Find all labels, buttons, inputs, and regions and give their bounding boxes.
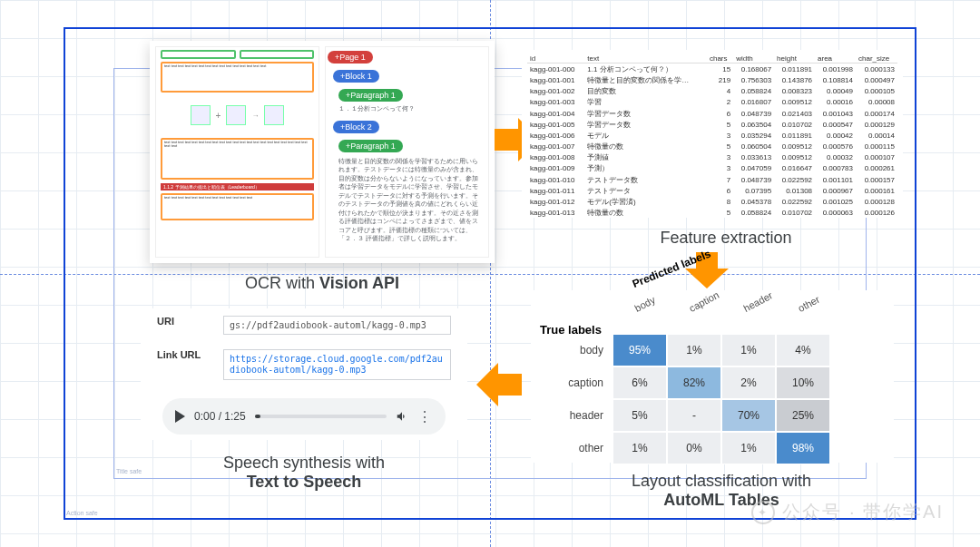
feature-table-panel: idtextcharswidthheightareachar_size kagg… [522,50,903,218]
table-row: kagg-001-008予測値30.0336130.0095120.000320… [527,152,897,163]
table-cell: 0.048739 [733,108,774,119]
table-cell: kagg-001-009 [527,163,584,174]
table-cell: 0.045378 [733,196,774,207]
table-cell: 0.001998 [815,63,856,75]
volume-icon[interactable] [396,410,408,423]
table-cell: 0.001101 [815,174,856,185]
table-row: kagg-001-012モデル(学習済)80.0453780.0225920.0… [527,196,897,207]
table-cell: 219 [707,74,733,85]
table-cell: kagg-001-004 [527,108,584,119]
table-cell: 0.001025 [815,196,856,207]
wechat-icon: ✦ [751,501,775,524]
table-cell: 0.022592 [774,196,815,207]
matrix-cell: 1% [667,334,721,366]
table-cell: 予測値 [584,152,707,163]
ocr-structure-tree: +Page 1 +Block 1 +Paragraph 1 １．１分析コンペって… [325,46,489,258]
column-header: char_size [856,54,897,63]
paragraph-tag[interactable]: +Paragraph 1 [338,140,403,152]
block-tag[interactable]: +Block 1 [333,70,379,83]
page-tag[interactable]: +Page 1 [328,51,373,63]
matrix-cell: 82% [667,366,721,399]
table-row: kagg-001-006モデル30.0352940.0118910.000420… [527,130,897,141]
table-row: kagg-001-005学習データ数50.0635040.0107020.000… [527,119,897,130]
table-cell: 3 [707,130,733,141]
ocr-result-panel: text text text text text text text text … [150,41,495,263]
table-row: kagg-001-003学習20.0168070.0095120.000160.… [527,97,897,108]
column-header: height [774,54,815,63]
table-cell: 0.058824 [733,208,774,219]
feature-table: idtextcharswidthheightareachar_size kagg… [527,54,897,219]
predicted-label: header [741,289,774,314]
table-cell: 0.048739 [733,174,774,185]
table-cell: 0.047059 [733,163,774,174]
matrix-cell: 70% [721,399,776,432]
table-cell: 0.000157 [856,174,897,185]
matrix-cell: 4% [776,334,830,366]
table-cell: 0.000063 [815,208,856,219]
table-cell: kagg-001-006 [527,130,584,141]
table-row: kagg-001-010テストデータ数70.0487390.0225920.00… [527,174,897,185]
matrix-cell: 2% [721,366,776,399]
table-cell: 0.000497 [856,74,897,85]
table-cell: 0.008323 [774,86,815,97]
table-cell: 0.060504 [733,142,774,152]
table-cell: 7 [707,174,733,185]
table-cell: 0.033613 [733,152,774,163]
table-row: kagg-001-011テストデータ60.073950.013080.00096… [527,185,897,196]
table-cell: 学習 [584,97,707,108]
table-cell: 0.016807 [733,97,774,108]
ocr-doc-thumbnail: text text text text text text text text … [155,46,319,258]
paragraph-tag[interactable]: +Paragraph 1 [338,89,403,102]
table-cell: 5 [707,142,733,152]
uri-value[interactable]: gs://pdf2audiobook-automl/kagg-0.mp3 [223,316,451,335]
true-label: body [580,344,612,357]
table-cell: 0.009512 [774,97,815,108]
table-cell: 0.058824 [733,86,774,97]
link-url-value[interactable]: https://storage.cloud.google.com/pdf2aud… [223,349,451,380]
table-cell: 0.000547 [815,119,856,130]
table-cell: 0.000174 [856,108,897,119]
table-cell: 0.000576 [815,142,856,152]
matrix-cell: 1% [612,432,667,464]
table-cell: テストデータ数 [584,174,707,185]
audio-player[interactable]: 0:00 / 1:25 ⋮ [162,398,446,435]
column-header: id [527,54,584,63]
doc-paragraph-block: text text text text text text text text … [161,62,314,93]
table-cell: 0.00014 [856,130,897,141]
block-tag[interactable]: +Block 2 [333,121,379,133]
tts-caption: Speech synthesis withText to Speech [159,454,449,492]
table-cell: 4 [707,86,733,97]
predicted-label: other [796,294,821,314]
table-cell: 6 [707,108,733,119]
predicted-label: caption [687,289,720,314]
table-cell: 0.022592 [774,174,815,185]
matrix-cell: 98% [776,432,830,464]
table-cell: 0.000107 [856,152,897,163]
table-cell: 0.001043 [815,108,856,119]
table-cell: 0.000783 [815,163,856,174]
column-header: width [733,54,774,63]
table-cell: kagg-001-001 [527,74,584,85]
table-cell: 0.000128 [856,196,897,207]
table-cell: 3 [707,163,733,174]
table-cell: 学習データ数 [584,119,707,130]
matrix-cell: - [667,399,721,432]
play-icon[interactable] [175,410,185,423]
tts-output-panel: URI gs://pdf2audiobook-automl/kagg-0.mp3… [141,308,467,440]
uri-label: URI [157,316,207,327]
true-label: header [570,409,612,422]
table-cell: 0.00032 [815,152,856,163]
table-cell: 15 [707,63,733,75]
table-cell: 学習データ数 [584,108,707,119]
table-cell: 0.010702 [774,208,815,219]
table-cell: 0.168067 [733,63,774,75]
predicted-label: body [632,294,657,314]
column-header: text [584,54,707,63]
player-time: 0:00 / 1:25 [194,410,246,423]
table-row: kagg-001-004学習データ数60.0487390.0214030.001… [527,108,897,119]
table-cell: kagg-001-005 [527,119,584,130]
more-icon[interactable]: ⋮ [417,408,433,425]
table-row: kagg-001-007特徴量の数50.0605040.0095120.0005… [527,142,897,152]
table-cell: 0.000261 [856,163,897,174]
progress-bar[interactable] [255,415,387,418]
